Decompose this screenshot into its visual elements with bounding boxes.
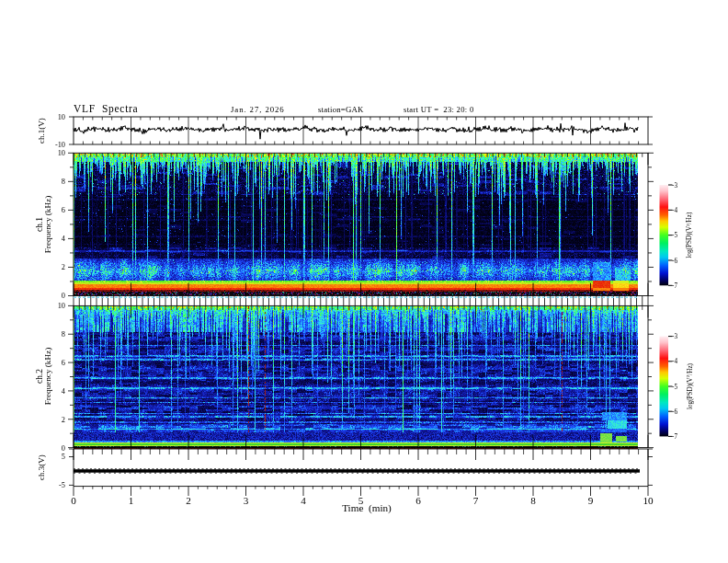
- svg-text:Frequency (kHz): Frequency (kHz): [43, 348, 52, 406]
- svg-text:2: 2: [62, 416, 65, 424]
- svg-text:log(PSD)(V2/Hz): log(PSD)(V2/Hz): [686, 362, 693, 409]
- svg-text:-5: -5: [672, 384, 677, 391]
- svg-text:-3: -3: [672, 333, 677, 340]
- svg-text:8: 8: [62, 178, 65, 186]
- svg-text:ch.3(V): ch.3(V): [37, 454, 46, 480]
- svg-text:Time (min): Time (min): [342, 502, 392, 514]
- svg-text:-4: -4: [672, 207, 677, 214]
- svg-text:8: 8: [530, 495, 536, 506]
- svg-text:VLF Spectra: VLF Spectra: [74, 103, 138, 115]
- svg-text:station=GAK: station=GAK: [318, 105, 364, 114]
- svg-text:6: 6: [62, 206, 65, 214]
- svg-text:7: 7: [473, 495, 479, 506]
- svg-text:4: 4: [62, 235, 66, 243]
- svg-text:9: 9: [588, 495, 594, 506]
- svg-text:6: 6: [62, 359, 65, 367]
- svg-text:0: 0: [71, 495, 76, 506]
- svg-text:start UT = 23: 20: 0: start UT = 23: 20: 0: [404, 105, 474, 114]
- svg-text:4: 4: [62, 387, 66, 396]
- svg-text:1: 1: [129, 495, 134, 506]
- svg-text:10: 10: [58, 302, 65, 310]
- svg-text:log(PSD)(V2/Hz): log(PSD)(V2/Hz): [686, 212, 693, 259]
- svg-text:2: 2: [62, 263, 65, 271]
- svg-text:0: 0: [62, 444, 65, 453]
- svg-text:-3: -3: [672, 182, 677, 190]
- svg-text:-7: -7: [672, 433, 677, 441]
- svg-text:10: 10: [58, 149, 65, 157]
- svg-text:-5: -5: [59, 481, 65, 489]
- svg-text:8: 8: [62, 330, 65, 339]
- svg-text:6: 6: [415, 495, 421, 506]
- svg-text:-6: -6: [672, 258, 677, 265]
- svg-text:5: 5: [62, 453, 65, 461]
- svg-text:2: 2: [186, 495, 191, 506]
- svg-text:-4: -4: [672, 358, 677, 365]
- svg-text:0: 0: [62, 292, 65, 300]
- svg-text:-10: -10: [55, 141, 65, 149]
- svg-text:-6: -6: [672, 408, 677, 416]
- svg-text:Frequency (kHz): Frequency (kHz): [43, 196, 52, 254]
- svg-text:10: 10: [58, 113, 65, 121]
- svg-text:ch.1(V): ch.1(V): [37, 118, 46, 144]
- svg-text:4: 4: [301, 495, 306, 506]
- svg-text:-5: -5: [672, 232, 677, 239]
- svg-text:-7: -7: [672, 282, 677, 290]
- svg-text:10: 10: [643, 495, 654, 506]
- svg-text:3: 3: [244, 495, 249, 506]
- svg-text:Jan. 27, 2026: Jan. 27, 2026: [231, 105, 285, 114]
